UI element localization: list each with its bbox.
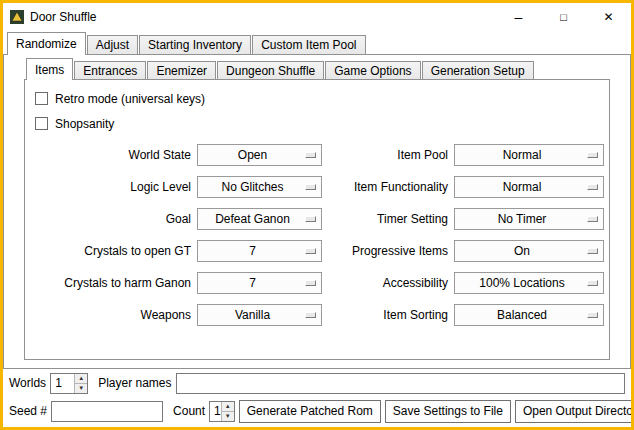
retro-mode-label: Retro mode (universal keys) <box>55 92 205 106</box>
dropdown-indicator-icon <box>587 248 598 254</box>
shopsanity-checkbox[interactable] <box>35 117 48 130</box>
minimize-button[interactable]: – <box>496 3 541 31</box>
seed-label: Seed # <box>9 404 47 418</box>
weapons-dropdown[interactable]: Vanilla <box>197 304 322 326</box>
crystals-harm-ganon-dropdown[interactable]: 7 <box>197 272 322 294</box>
dropdown-value: On <box>514 244 544 258</box>
window-title: Door Shuffle <box>30 10 97 24</box>
logic-level-label: Logic Level <box>31 180 191 194</box>
timer-setting-label: Timer Setting <box>328 212 448 226</box>
item-pool-dropdown[interactable]: Normal <box>454 144 604 166</box>
dropdown-value: Vanilla <box>235 308 284 322</box>
generate-patched-rom-button[interactable]: Generate Patched Rom <box>239 400 381 423</box>
dropdown-indicator-icon <box>305 152 316 158</box>
retro-mode-checkbox[interactable] <box>35 92 48 105</box>
tab-enemizer[interactable]: Enemizer <box>147 61 216 79</box>
tab-custom-item-pool[interactable]: Custom Item Pool <box>252 35 365 54</box>
randomize-panel: Items Entrances Enemizer Dungeon Shuffle… <box>3 54 631 369</box>
dropdown-value: Balanced <box>497 308 561 322</box>
accessibility-dropdown[interactable]: 100% Locations <box>454 272 604 294</box>
count-label: Count <box>173 404 205 418</box>
crystals-open-gt-label: Crystals to open GT <box>31 244 191 258</box>
worlds-value[interactable]: 1 <box>51 374 74 393</box>
count-spin-down-icon[interactable]: ▼ <box>222 411 234 421</box>
dropdown-indicator-icon <box>587 216 598 222</box>
outer-tab-bar: Randomize Adjust Starting Inventory Cust… <box>3 31 631 54</box>
worlds-label: Worlds <box>9 376 46 390</box>
dropdown-indicator-icon <box>305 184 316 190</box>
weapons-label: Weapons <box>31 308 191 322</box>
logic-level-dropdown[interactable]: No Glitches <box>197 176 322 198</box>
dropdown-value: 100% Locations <box>479 276 578 290</box>
item-sorting-dropdown[interactable]: Balanced <box>454 304 604 326</box>
crystals-open-gt-dropdown[interactable]: 7 <box>197 240 322 262</box>
count-spinbox[interactable]: 1 ▲ ▼ <box>209 401 235 422</box>
dropdown-indicator-icon <box>305 312 316 318</box>
crystals-harm-ganon-label: Crystals to harm Ganon <box>31 276 191 290</box>
dropdown-indicator-icon <box>587 280 598 286</box>
dropdown-value: Normal <box>503 148 556 162</box>
worlds-spin-down-icon[interactable]: ▼ <box>75 383 87 393</box>
title-bar[interactable]: Door Shuffle – □ ✕ <box>3 3 631 31</box>
item-sorting-label: Item Sorting <box>328 308 448 322</box>
tab-randomize[interactable]: Randomize <box>7 32 86 55</box>
tab-game-options[interactable]: Game Options <box>325 61 420 79</box>
player-names-label: Player names <box>98 376 171 390</box>
goal-label: Goal <box>31 212 191 226</box>
shopsanity-checkbox-row[interactable]: Shopsanity <box>35 111 603 136</box>
count-spin-up-icon[interactable]: ▲ <box>222 402 234 411</box>
dropdown-indicator-icon <box>587 152 598 158</box>
worlds-row: Worlds 1 ▲ ▼ Player names <box>9 371 625 395</box>
world-state-dropdown[interactable]: Open <box>197 144 322 166</box>
progressive-items-label: Progressive Items <box>328 244 448 258</box>
item-functionality-label: Item Functionality <box>328 180 448 194</box>
seed-row: Seed # Count 1 ▲ ▼ Generate Patched Rom … <box>9 399 625 423</box>
window-controls: – □ ✕ <box>496 3 631 31</box>
tab-adjust[interactable]: Adjust <box>87 35 138 54</box>
dropdown-value: Normal <box>503 180 556 194</box>
item-functionality-dropdown[interactable]: Normal <box>454 176 604 198</box>
tab-generation-setup[interactable]: Generation Setup <box>422 61 534 79</box>
dropdown-value: Defeat Ganon <box>215 212 304 226</box>
worlds-spinbox[interactable]: 1 ▲ ▼ <box>50 373 88 394</box>
dropdown-value: No Timer <box>498 212 561 226</box>
maximize-button[interactable]: □ <box>541 3 586 31</box>
shopsanity-label: Shopsanity <box>55 117 114 131</box>
open-output-directory-button[interactable]: Open Output Directory <box>515 400 634 423</box>
world-state-label: World State <box>31 148 191 162</box>
bottom-bar: Worlds 1 ▲ ▼ Player names Seed # Count 1… <box>3 369 631 427</box>
accessibility-label: Accessibility <box>328 276 448 290</box>
dropdown-indicator-icon <box>587 312 598 318</box>
app-window: Door Shuffle – □ ✕ Randomize Adjust Star… <box>0 0 634 430</box>
count-spin-arrows: ▲ ▼ <box>221 402 234 421</box>
dropdown-indicator-icon <box>587 184 598 190</box>
seed-input[interactable] <box>51 401 163 422</box>
options-grid: World State Open Item Pool Normal Logic … <box>31 144 603 326</box>
dropdown-value: 7 <box>249 244 270 258</box>
dropdown-indicator-icon <box>305 216 316 222</box>
dropdown-indicator-icon <box>305 280 316 286</box>
timer-setting-dropdown[interactable]: No Timer <box>454 208 604 230</box>
inner-notebook: Items Entrances Enemizer Dungeon Shuffle… <box>24 57 610 360</box>
dropdown-value: Open <box>238 148 281 162</box>
tab-dungeon-shuffle[interactable]: Dungeon Shuffle <box>217 61 324 79</box>
inner-tab-bar: Items Entrances Enemizer Dungeon Shuffle… <box>24 57 610 79</box>
dropdown-value: 7 <box>249 276 270 290</box>
dropdown-value: No Glitches <box>221 180 297 194</box>
close-button[interactable]: ✕ <box>586 3 631 31</box>
app-icon <box>9 9 25 25</box>
tab-starting-inventory[interactable]: Starting Inventory <box>139 35 251 54</box>
worlds-spin-up-icon[interactable]: ▲ <box>75 374 87 383</box>
retro-mode-checkbox-row[interactable]: Retro mode (universal keys) <box>35 86 603 111</box>
worlds-spin-arrows: ▲ ▼ <box>74 374 87 393</box>
player-names-input[interactable] <box>176 373 626 394</box>
dropdown-indicator-icon <box>305 248 316 254</box>
tab-entrances[interactable]: Entrances <box>74 61 146 79</box>
item-pool-label: Item Pool <box>328 148 448 162</box>
count-value[interactable]: 1 <box>210 402 221 421</box>
progressive-items-dropdown[interactable]: On <box>454 240 604 262</box>
goal-dropdown[interactable]: Defeat Ganon <box>197 208 322 230</box>
items-panel: Retro mode (universal keys) Shopsanity W… <box>24 79 610 360</box>
tab-items[interactable]: Items <box>26 58 73 80</box>
save-settings-button[interactable]: Save Settings to File <box>385 400 511 423</box>
